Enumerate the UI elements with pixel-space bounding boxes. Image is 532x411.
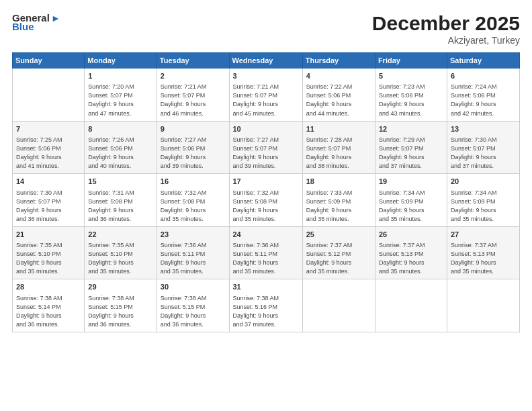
day-info: Sunrise: 7:21 AM Sunset: 5:07 PM Dayligh… xyxy=(233,83,299,118)
calendar-cell xyxy=(447,279,519,332)
day-number: 17 xyxy=(233,177,299,187)
calendar-header-monday: Monday xyxy=(85,53,157,68)
page: General ► Blue December 2025 Akziyaret, … xyxy=(0,0,532,411)
day-info: Sunrise: 7:34 AM Sunset: 5:09 PM Dayligh… xyxy=(379,189,443,224)
calendar-header-saturday: Saturday xyxy=(447,53,519,68)
day-info: Sunrise: 7:38 AM Sunset: 5:15 PM Dayligh… xyxy=(161,294,226,329)
day-number: 19 xyxy=(379,177,443,187)
calendar-table: SundayMondayTuesdayWednesdayThursdayFrid… xyxy=(12,52,520,332)
calendar-cell: 20Sunrise: 7:34 AM Sunset: 5:09 PM Dayli… xyxy=(447,174,519,227)
day-info: Sunrise: 7:35 AM Sunset: 5:10 PM Dayligh… xyxy=(88,241,152,276)
day-info: Sunrise: 7:26 AM Sunset: 5:06 PM Dayligh… xyxy=(88,136,152,171)
day-number: 12 xyxy=(379,124,443,134)
day-info: Sunrise: 7:38 AM Sunset: 5:14 PM Dayligh… xyxy=(16,294,81,329)
calendar-cell: 13Sunrise: 7:30 AM Sunset: 5:07 PM Dayli… xyxy=(447,121,519,174)
day-info: Sunrise: 7:36 AM Sunset: 5:11 PM Dayligh… xyxy=(161,241,226,276)
day-number: 20 xyxy=(451,177,516,187)
calendar-cell: 24Sunrise: 7:36 AM Sunset: 5:11 PM Dayli… xyxy=(229,226,302,279)
day-info: Sunrise: 7:36 AM Sunset: 5:11 PM Dayligh… xyxy=(233,241,299,276)
day-number: 9 xyxy=(161,124,226,134)
day-number: 21 xyxy=(16,230,81,240)
day-number: 13 xyxy=(451,124,516,134)
calendar-cell: 29Sunrise: 7:38 AM Sunset: 5:15 PM Dayli… xyxy=(85,279,157,332)
day-info: Sunrise: 7:37 AM Sunset: 5:13 PM Dayligh… xyxy=(379,241,443,276)
calendar-cell: 9Sunrise: 7:27 AM Sunset: 5:06 PM Daylig… xyxy=(157,121,229,174)
calendar-cell: 25Sunrise: 7:37 AM Sunset: 5:12 PM Dayli… xyxy=(302,226,375,279)
day-number: 5 xyxy=(379,71,443,81)
calendar-week-row: 14Sunrise: 7:30 AM Sunset: 5:07 PM Dayli… xyxy=(13,174,520,227)
calendar-header-wednesday: Wednesday xyxy=(229,53,302,68)
calendar-header-row: SundayMondayTuesdayWednesdayThursdayFrid… xyxy=(13,53,520,68)
calendar-cell: 4Sunrise: 7:22 AM Sunset: 5:06 PM Daylig… xyxy=(302,68,375,122)
calendar-cell: 10Sunrise: 7:27 AM Sunset: 5:07 PM Dayli… xyxy=(229,121,302,174)
title-block: December 2025 Akziyaret, Turkey xyxy=(372,12,520,46)
day-number: 27 xyxy=(451,230,516,240)
day-info: Sunrise: 7:37 AM Sunset: 5:13 PM Dayligh… xyxy=(451,241,516,276)
title-month: December 2025 xyxy=(372,12,520,35)
calendar-cell: 21Sunrise: 7:35 AM Sunset: 5:10 PM Dayli… xyxy=(13,226,85,279)
logo-arrow-icon: ► xyxy=(51,13,60,24)
day-info: Sunrise: 7:32 AM Sunset: 5:08 PM Dayligh… xyxy=(233,189,299,224)
day-info: Sunrise: 7:33 AM Sunset: 5:09 PM Dayligh… xyxy=(306,189,371,224)
day-info: Sunrise: 7:31 AM Sunset: 5:08 PM Dayligh… xyxy=(88,189,152,224)
day-info: Sunrise: 7:35 AM Sunset: 5:10 PM Dayligh… xyxy=(16,241,81,276)
day-number: 11 xyxy=(306,124,371,134)
calendar-cell: 16Sunrise: 7:32 AM Sunset: 5:08 PM Dayli… xyxy=(157,174,229,227)
calendar-cell: 30Sunrise: 7:38 AM Sunset: 5:15 PM Dayli… xyxy=(157,279,229,332)
calendar-cell: 31Sunrise: 7:38 AM Sunset: 5:16 PM Dayli… xyxy=(229,279,302,332)
calendar-cell: 27Sunrise: 7:37 AM Sunset: 5:13 PM Dayli… xyxy=(447,226,519,279)
calendar-cell: 28Sunrise: 7:38 AM Sunset: 5:14 PM Dayli… xyxy=(13,279,85,332)
day-number: 8 xyxy=(88,124,152,134)
day-info: Sunrise: 7:22 AM Sunset: 5:06 PM Dayligh… xyxy=(306,83,371,118)
calendar-cell xyxy=(375,279,447,332)
day-info: Sunrise: 7:34 AM Sunset: 5:09 PM Dayligh… xyxy=(451,189,516,224)
header: General ► Blue December 2025 Akziyaret, … xyxy=(12,12,520,46)
calendar-week-row: 21Sunrise: 7:35 AM Sunset: 5:10 PM Dayli… xyxy=(13,226,520,279)
calendar-cell: 11Sunrise: 7:28 AM Sunset: 5:07 PM Dayli… xyxy=(302,121,375,174)
calendar-cell: 19Sunrise: 7:34 AM Sunset: 5:09 PM Dayli… xyxy=(375,174,447,227)
day-number: 3 xyxy=(233,71,299,81)
calendar-cell: 3Sunrise: 7:21 AM Sunset: 5:07 PM Daylig… xyxy=(229,68,302,122)
day-info: Sunrise: 7:37 AM Sunset: 5:12 PM Dayligh… xyxy=(306,241,371,276)
day-number: 18 xyxy=(306,177,371,187)
calendar-header-friday: Friday xyxy=(375,53,447,68)
logo-blue: Blue xyxy=(12,21,34,32)
day-number: 7 xyxy=(16,124,81,134)
day-number: 23 xyxy=(161,230,226,240)
calendar-header-sunday: Sunday xyxy=(13,53,85,68)
calendar-cell: 12Sunrise: 7:29 AM Sunset: 5:07 PM Dayli… xyxy=(375,121,447,174)
day-number: 24 xyxy=(233,230,299,240)
day-number: 25 xyxy=(306,230,371,240)
day-info: Sunrise: 7:27 AM Sunset: 5:07 PM Dayligh… xyxy=(233,136,299,171)
calendar-week-row: 7Sunrise: 7:25 AM Sunset: 5:06 PM Daylig… xyxy=(13,121,520,174)
calendar-cell: 2Sunrise: 7:21 AM Sunset: 5:07 PM Daylig… xyxy=(157,68,229,122)
calendar-header-tuesday: Tuesday xyxy=(157,53,229,68)
day-info: Sunrise: 7:27 AM Sunset: 5:06 PM Dayligh… xyxy=(161,136,226,171)
title-location: Akziyaret, Turkey xyxy=(372,35,520,46)
day-info: Sunrise: 7:25 AM Sunset: 5:06 PM Dayligh… xyxy=(16,136,81,171)
calendar-cell: 26Sunrise: 7:37 AM Sunset: 5:13 PM Dayli… xyxy=(375,226,447,279)
calendar-header-thursday: Thursday xyxy=(302,53,375,68)
calendar-week-row: 28Sunrise: 7:38 AM Sunset: 5:14 PM Dayli… xyxy=(13,279,520,332)
day-number: 15 xyxy=(88,177,152,187)
calendar-cell: 5Sunrise: 7:23 AM Sunset: 5:06 PM Daylig… xyxy=(375,68,447,122)
day-number: 26 xyxy=(379,230,443,240)
day-number: 30 xyxy=(161,282,226,292)
day-number: 29 xyxy=(88,282,152,292)
calendar-cell: 22Sunrise: 7:35 AM Sunset: 5:10 PM Dayli… xyxy=(85,226,157,279)
day-info: Sunrise: 7:20 AM Sunset: 5:07 PM Dayligh… xyxy=(88,83,152,118)
day-number: 1 xyxy=(88,71,152,81)
calendar-cell: 23Sunrise: 7:36 AM Sunset: 5:11 PM Dayli… xyxy=(157,226,229,279)
calendar-week-row: 1Sunrise: 7:20 AM Sunset: 5:07 PM Daylig… xyxy=(13,68,520,122)
calendar-cell: 14Sunrise: 7:30 AM Sunset: 5:07 PM Dayli… xyxy=(13,174,85,227)
calendar-cell: 7Sunrise: 7:25 AM Sunset: 5:06 PM Daylig… xyxy=(13,121,85,174)
calendar-cell xyxy=(13,68,85,122)
day-info: Sunrise: 7:21 AM Sunset: 5:07 PM Dayligh… xyxy=(161,83,226,118)
day-number: 4 xyxy=(306,71,371,81)
day-info: Sunrise: 7:38 AM Sunset: 5:16 PM Dayligh… xyxy=(233,294,299,329)
day-info: Sunrise: 7:29 AM Sunset: 5:07 PM Dayligh… xyxy=(379,136,443,171)
calendar-cell: 18Sunrise: 7:33 AM Sunset: 5:09 PM Dayli… xyxy=(302,174,375,227)
calendar-cell: 17Sunrise: 7:32 AM Sunset: 5:08 PM Dayli… xyxy=(229,174,302,227)
logo: General ► Blue xyxy=(12,12,60,32)
day-number: 14 xyxy=(16,177,81,187)
